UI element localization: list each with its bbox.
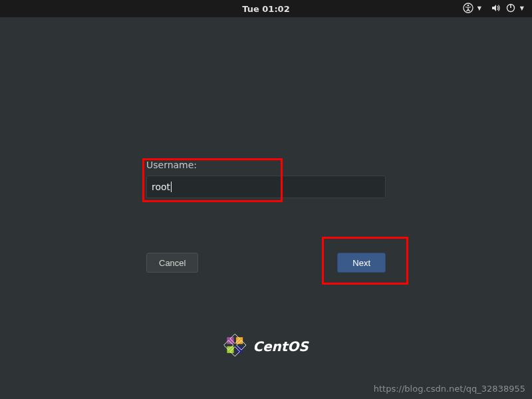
power-icon [505,3,516,15]
username-input[interactable] [146,176,386,198]
clock[interactable]: Tue 01:02 [242,4,289,14]
centos-logo-icon [223,334,246,359]
login-form: Username: root [146,160,386,198]
button-row: Cancel Next [146,253,386,273]
next-button[interactable]: Next [337,253,386,273]
username-label: Username: [146,160,386,170]
watermark: https://blog.csdn.net/qq_32838955 [374,384,525,394]
accessibility-icon [463,3,473,15]
branding: CentOS [223,334,308,359]
brand-name: CentOS [253,338,308,354]
svg-point-1 [467,4,469,6]
chevron-down-icon: ▼ [520,6,524,11]
top-bar: Tue 01:02 ▼ ▼ [0,0,532,17]
cancel-button[interactable]: Cancel [146,253,198,273]
accessibility-menu[interactable]: ▼ [463,3,481,15]
chevron-down-icon: ▼ [477,6,481,11]
volume-icon [491,3,501,15]
topbar-right: ▼ ▼ [391,3,524,15]
username-input-wrapper: root [146,176,386,198]
system-menu[interactable]: ▼ [491,3,524,15]
